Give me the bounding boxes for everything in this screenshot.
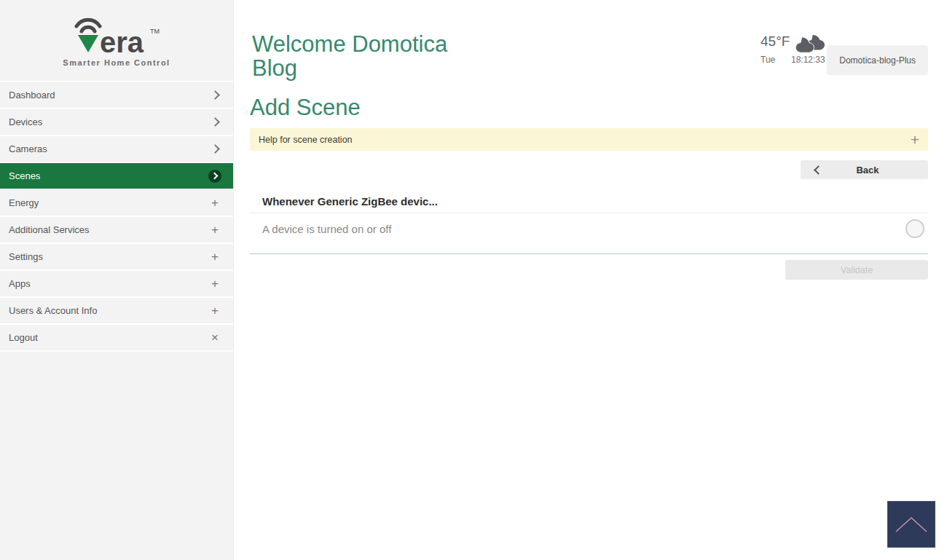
weather-temperature: 45°F [761, 33, 790, 50]
plus-icon: + [211, 304, 219, 318]
sidebar-item-label: Additional Services [9, 224, 90, 235]
sidebar-item-label: Scenes [9, 170, 40, 181]
sidebar-item-scenes[interactable]: Scenes [0, 163, 233, 190]
plus-icon: + [211, 277, 219, 291]
scroll-to-top-button[interactable] [887, 501, 935, 548]
sidebar-item-label: Energy [9, 197, 39, 208]
weather-day: Tue [761, 55, 775, 65]
svg-text:era: era [100, 26, 144, 58]
sidebar-item-label: Settings [9, 251, 43, 262]
chevron-right-icon [212, 119, 219, 125]
chevron-right-icon [212, 146, 219, 152]
chevron-right-icon [212, 92, 219, 98]
sidebar-item-label: Apps [9, 278, 31, 289]
trigger-option-row[interactable]: A device is turned on or off [250, 213, 928, 244]
plus-icon: + [211, 196, 219, 210]
sidebar-item-label: Devices [9, 117, 42, 127]
vera-app-window: era TM Smarter Home Control Dashboard De… [0, 0, 947, 560]
logo-green-triangle [78, 35, 98, 52]
hub-name: Domotica-blog-Plus [839, 55, 916, 66]
section-divider [250, 253, 928, 254]
page-title: Add Scene [250, 95, 361, 121]
sidebar-item-energy[interactable]: Energy + [0, 190, 233, 217]
hub-selector[interactable]: Domotica-blog-Plus [827, 45, 928, 75]
sidebar-item-users-account-info[interactable]: Users & Account Info + [0, 298, 233, 325]
vera-logo-mark: era TM [70, 15, 163, 60]
sidebar-item-apps[interactable]: Apps + [0, 271, 233, 298]
plus-icon: + [211, 250, 219, 264]
back-button-label: Back [822, 165, 913, 176]
close-icon: × [211, 331, 219, 345]
vera-logo: era TM Smarter Home Control [0, 0, 233, 82]
chevron-up-icon [893, 515, 930, 534]
sidebar-nav: Dashboard Devices Cameras Scenes Energy … [0, 82, 233, 352]
scene-trigger-section: Whenever Generic ZigBee devic... A devic… [250, 195, 928, 254]
clock-time: 18:12:33 [791, 55, 825, 65]
welcome-title: Welcome Domotica Blog [252, 32, 478, 80]
sidebar-item-settings[interactable]: Settings + [0, 244, 233, 271]
help-bar-label: Help for scene creation [259, 135, 353, 145]
help-bar[interactable]: Help for scene creation + [250, 128, 928, 151]
sidebar-item-label: Users & Account Info [9, 305, 97, 316]
plus-icon: + [211, 223, 219, 237]
chevron-right-circle-icon [208, 170, 221, 183]
sidebar-item-dashboard[interactable]: Dashboard [0, 82, 233, 109]
back-button[interactable]: Back [801, 160, 928, 179]
sidebar-item-additional-services[interactable]: Additional Services + [0, 217, 233, 244]
expand-plus-icon[interactable]: + [911, 132, 919, 147]
trigger-option-label: A device is turned on or off [262, 223, 391, 235]
logo-tagline: Smarter Home Control [63, 58, 170, 67]
svg-text:TM: TM [150, 28, 160, 35]
trigger-option-radio[interactable] [905, 219, 924, 238]
sidebar-item-logout[interactable]: Logout × [0, 325, 233, 352]
sidebar-item-label: Logout [9, 332, 38, 343]
sidebar-item-devices[interactable]: Devices [0, 109, 233, 136]
sidebar: era TM Smarter Home Control Dashboard De… [0, 0, 234, 560]
sidebar-item-label: Dashboard [9, 90, 55, 100]
trigger-title: Whenever Generic ZigBee devic... [250, 195, 928, 213]
cloudy-icon [793, 31, 825, 57]
sidebar-item-label: Cameras [9, 143, 47, 154]
sidebar-item-cameras[interactable]: Cameras [0, 136, 233, 163]
validate-button[interactable]: Validate [785, 260, 928, 280]
